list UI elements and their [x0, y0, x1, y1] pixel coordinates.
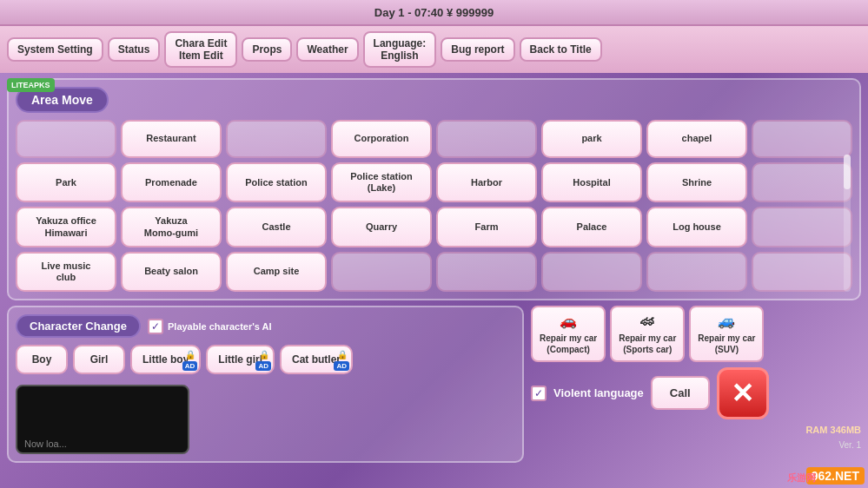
char-btn-little-girl[interactable]: Little girl🔒AD: [206, 345, 275, 374]
char-header: Character Change ✓ Playable character's …: [16, 314, 515, 338]
loc-btn-2-1[interactable]: Yakuza Momo-gumi: [121, 207, 222, 247]
char-btn-cat-butler[interactable]: Cat butler🔒AD: [280, 345, 353, 374]
toolbar: System SettingStatusChara Edit Item Edit…: [0, 26, 868, 73]
area-panel: Area Move RestaurantCorporationparkchape…: [7, 78, 861, 300]
loc-btn-1-1[interactable]: Promenade: [121, 162, 222, 202]
loc-btn-2-3[interactable]: Quarry: [331, 207, 432, 247]
loc-btn-1-7: [752, 162, 852, 202]
scrollbar-track[interactable]: [844, 155, 851, 292]
right-panel: 🚗Repair my car (Compact)🏎Repair my car (…: [531, 306, 861, 450]
repair-btn-0[interactable]: 🚗Repair my car (Compact): [531, 306, 606, 362]
char-btn-girl[interactable]: Girl: [73, 345, 125, 374]
violent-row: ✓ Violent language Call ✕: [531, 367, 861, 419]
repair-buttons: 🚗Repair my car (Compact)🏎Repair my car (…: [531, 306, 861, 362]
loc-btn-2-6[interactable]: Log house: [646, 207, 747, 247]
loc-btn-3-2[interactable]: Camp site: [226, 252, 327, 292]
toolbar-btn-status[interactable]: Status: [108, 37, 161, 62]
ad-badge: AD: [334, 361, 349, 371]
ad-badge: AD: [255, 361, 271, 371]
loc-btn-0-1[interactable]: Restaurant: [121, 120, 222, 158]
call-button[interactable]: Call: [651, 376, 710, 410]
violent-checkbox[interactable]: ✓: [531, 386, 547, 401]
char-btn-boy[interactable]: Boy: [16, 345, 68, 374]
car-icon: 🚗: [540, 313, 597, 331]
loc-btn-1-2[interactable]: Police station: [226, 162, 327, 202]
loc-btn-0-0: [16, 120, 116, 158]
version-info: Ver. 1: [531, 440, 861, 450]
toolbar-btn-chara-edit[interactable]: Chara Edit Item Edit: [164, 31, 237, 68]
loc-btn-2-7: [752, 207, 852, 247]
loc-btn-0-3[interactable]: Corporation: [331, 120, 432, 158]
char-btn-little-boy[interactable]: Little boy🔒AD: [130, 345, 201, 374]
lock-icon: 🔒: [259, 350, 269, 359]
close-button[interactable]: ✕: [717, 367, 769, 419]
lock-icon: 🔒: [185, 350, 195, 359]
day-info: Day 1 - 07:40 ¥ 999999: [374, 6, 494, 19]
toolbar-btn-bug-report[interactable]: Bug report: [441, 37, 514, 62]
location-grid: RestaurantCorporationparkchapelParkProme…: [16, 120, 852, 292]
char-change-label: Character Change: [16, 314, 141, 338]
char-buttons: BoyGirlLittle boy🔒ADLittle girl🔒ADCat bu…: [16, 345, 515, 374]
loc-btn-3-5: [541, 252, 642, 292]
scrollbar-thumb[interactable]: [844, 155, 851, 189]
loc-btn-3-7: [752, 252, 852, 292]
toolbar-btn-props[interactable]: Props: [242, 37, 292, 62]
violent-language-label: Violent language: [553, 386, 644, 399]
loc-btn-0-5[interactable]: park: [541, 120, 642, 158]
loc-btn-1-6[interactable]: Shrine: [646, 162, 747, 202]
toolbar-btn-weather[interactable]: Weather: [296, 37, 358, 62]
preview-area: Now loa...: [16, 385, 189, 454]
lock-icon: 🔒: [337, 350, 348, 359]
loc-btn-3-1[interactable]: Beaty salon: [121, 252, 222, 292]
ram-info: RAM 346MB: [531, 425, 861, 435]
top-bar: Day 1 - 07:40 ¥ 999999: [0, 0, 868, 26]
repair-btn-2[interactable]: 🚙Repair my car (SUV): [689, 306, 764, 362]
watermark-leyou: 乐游网: [787, 472, 816, 485]
car-icon: 🚙: [698, 313, 755, 331]
loc-btn-1-3[interactable]: Police station (Lake): [331, 162, 432, 202]
loc-btn-2-2[interactable]: Castle: [226, 207, 327, 247]
loc-btn-2-5[interactable]: Palace: [541, 207, 642, 247]
loc-btn-0-4: [436, 120, 537, 158]
character-change-panel: Character Change ✓ Playable character's …: [7, 306, 524, 463]
loc-btn-2-4[interactable]: Farm: [436, 207, 537, 247]
toolbar-btn-language[interactable]: Language: English: [363, 31, 437, 68]
car-icon: 🏎: [619, 313, 676, 331]
loc-btn-3-4: [436, 252, 537, 292]
loc-btn-3-3: [331, 252, 432, 292]
repair-btn-1[interactable]: 🏎Repair my car (Sports car): [610, 306, 685, 362]
ad-badge: AD: [182, 361, 198, 371]
loc-btn-3-0[interactable]: Live music club: [16, 252, 116, 292]
loc-btn-0-6[interactable]: chapel: [646, 120, 747, 158]
loc-btn-1-5[interactable]: Hospital: [541, 162, 642, 202]
ai-checkbox-area[interactable]: ✓ Playable character's AI: [148, 319, 272, 334]
loc-btn-1-4[interactable]: Harbor: [436, 162, 537, 202]
toolbar-btn-back-to-title[interactable]: Back to Title: [520, 37, 602, 62]
main-content: Area Move RestaurantCorporationparkchape…: [0, 73, 868, 468]
liteapks-badge: LITEAPKS: [7, 78, 55, 92]
toolbar-btn-system-setting[interactable]: System Setting: [7, 37, 103, 62]
ai-checkbox[interactable]: ✓: [148, 319, 163, 334]
loc-btn-1-0[interactable]: Park: [16, 162, 116, 202]
bottom-section: Character Change ✓ Playable character's …: [7, 306, 861, 463]
now-loading-text: Now loa...: [24, 439, 67, 449]
ai-checkbox-label: Playable character's AI: [168, 321, 272, 332]
loc-btn-0-7: [752, 120, 852, 158]
loc-btn-0-2: [226, 120, 327, 158]
loc-btn-3-6: [646, 252, 747, 292]
loc-btn-2-0[interactable]: Yakuza office Himawari: [16, 207, 116, 247]
